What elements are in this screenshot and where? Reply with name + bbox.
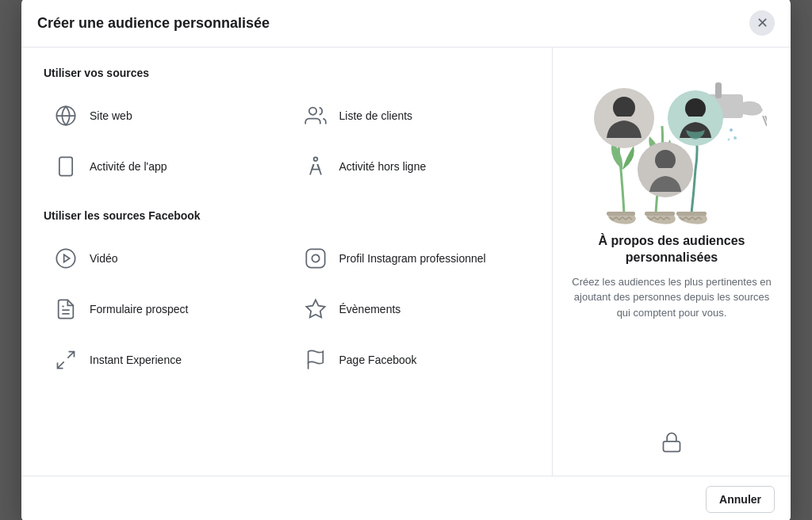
svg-marker-11 — [306, 300, 324, 317]
activite-app-label: Activité de l'app — [90, 159, 167, 174]
expand-icon — [52, 346, 80, 374]
walking-icon — [301, 152, 330, 181]
option-site-web[interactable]: Site web — [44, 92, 281, 140]
video-label: Vidéo — [90, 251, 118, 266]
activite-hors-ligne-label: Activité hors ligne — [339, 159, 427, 174]
instant-experience-label: Instant Experience — [90, 353, 182, 367]
facebook-sources-grid: Vidéo Profil Instagram professionnel For… — [44, 235, 530, 384]
modal-overlay: Créer une audience personnalisée ✕ Utili… — [0, 0, 812, 520]
evenements-label: Évènements — [339, 302, 401, 316]
your-sources-title: Utiliser vos sources — [44, 67, 530, 79]
svg-point-1 — [308, 108, 316, 115]
option-activite-app[interactable]: Activité de l'app — [44, 143, 281, 190]
modal-title: Créer une audience personnalisée — [37, 15, 270, 32]
about-description: Créez les audiences les plus pertinentes… — [569, 274, 775, 321]
play-icon — [52, 244, 80, 273]
option-evenements[interactable]: Évènements — [293, 285, 530, 333]
modal-header: Créer une audience personnalisée ✕ — [21, 0, 791, 48]
option-liste-clients[interactable]: Liste de clients — [293, 92, 530, 140]
svg-rect-26 — [668, 117, 723, 120]
about-title: À propos des audiences personnalisées — [569, 233, 775, 266]
illustration — [576, 67, 767, 233]
left-panel: Utiliser vos sources Site web Liste de c… — [21, 48, 553, 476]
modal-footer: Annuler — [21, 476, 791, 520]
form-icon — [52, 295, 80, 323]
option-instant-experience[interactable]: Instant Experience — [44, 336, 281, 384]
instagram-icon — [301, 244, 330, 273]
star-icon — [301, 295, 330, 323]
people-icon — [301, 101, 330, 130]
svg-point-22 — [655, 150, 676, 170]
svg-rect-7 — [306, 249, 324, 267]
liste-clients-label: Liste de clients — [339, 109, 413, 123]
option-page-facebook[interactable]: Page Facebook — [293, 336, 530, 384]
svg-point-5 — [56, 249, 75, 267]
svg-rect-33 — [664, 442, 680, 452]
option-video[interactable]: Vidéo — [44, 235, 281, 282]
phone-icon — [52, 152, 80, 181]
site-web-label: Site web — [90, 109, 132, 123]
globe-icon — [52, 101, 80, 130]
svg-marker-6 — [64, 254, 70, 262]
svg-rect-14 — [715, 82, 722, 98]
svg-rect-20 — [594, 117, 654, 120]
svg-rect-2 — [59, 157, 72, 175]
svg-rect-23 — [638, 168, 693, 171]
svg-point-31 — [733, 136, 737, 140]
modal-body: Utiliser vos sources Site web Liste de c… — [21, 48, 791, 476]
svg-rect-27 — [607, 212, 635, 216]
option-activite-hors-ligne[interactable]: Activité hors ligne — [293, 143, 530, 190]
svg-point-4 — [313, 157, 317, 161]
modal-dialog: Créer une audience personnalisée ✕ Utili… — [21, 0, 791, 520]
cancel-button[interactable]: Annuler — [706, 486, 775, 513]
your-sources-grid: Site web Liste de clients Activité de l'… — [44, 92, 530, 190]
facebook-sources-title: Utiliser les sources Facebook — [44, 209, 530, 222]
close-icon: ✕ — [756, 14, 768, 32]
svg-rect-29 — [676, 212, 707, 216]
option-profil-instagram[interactable]: Profil Instagram professionnel — [293, 235, 530, 282]
flag-icon — [301, 346, 330, 374]
option-formulaire-prospect[interactable]: Formulaire prospect — [44, 285, 281, 333]
lock-icon — [661, 431, 683, 457]
profil-instagram-label: Profil Instagram professionnel — [339, 251, 486, 266]
svg-point-25 — [685, 98, 706, 119]
svg-point-19 — [613, 97, 635, 119]
svg-point-30 — [730, 128, 733, 132]
svg-point-32 — [728, 139, 730, 141]
svg-rect-28 — [645, 212, 675, 216]
page-facebook-label: Page Facebook — [339, 353, 417, 367]
right-panel: À propos des audiences personnalisées Cr… — [553, 48, 791, 476]
formulaire-prospect-label: Formulaire prospect — [90, 302, 189, 316]
close-button[interactable]: ✕ — [749, 10, 775, 36]
